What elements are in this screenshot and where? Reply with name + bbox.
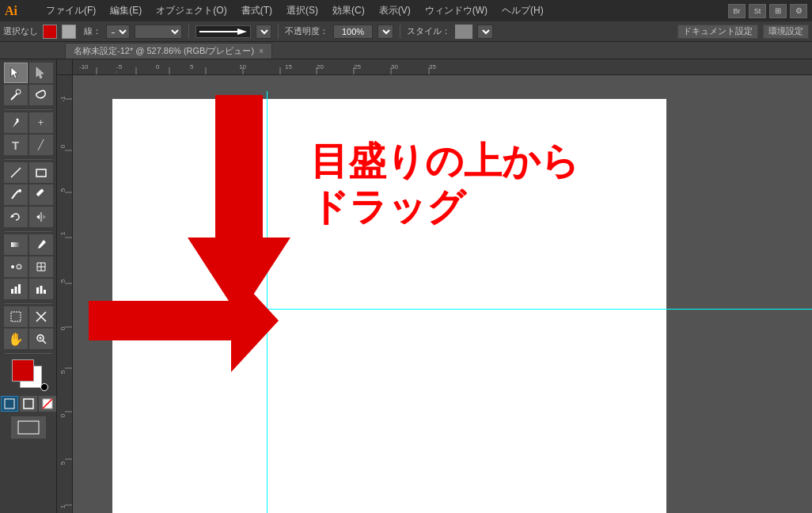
tab-bar: 名称未設定-12* @ 527.86% (RGB/プレビュー) × xyxy=(0,42,812,59)
style-swatch[interactable] xyxy=(455,25,472,39)
tool-separator-1 xyxy=(5,109,52,110)
separator-2 xyxy=(278,25,279,39)
svg-rect-34 xyxy=(18,421,39,434)
menu-edit[interactable]: 編集(E) xyxy=(104,2,148,19)
menu-window[interactable]: ウィンドウ(W) xyxy=(419,2,494,19)
pencil-tool[interactable] xyxy=(29,184,53,205)
add-anchor-tool[interactable]: + xyxy=(29,112,53,133)
pen-tool[interactable] xyxy=(4,112,28,133)
menu-help[interactable]: ヘルプ(H) xyxy=(495,2,550,19)
tab-close-button[interactable]: × xyxy=(259,47,264,55)
stroke-weight-select[interactable] xyxy=(135,25,182,39)
blend-tool[interactable] xyxy=(4,256,28,277)
br-button[interactable]: Br xyxy=(728,4,746,18)
canvas-area: -10 -5 0 5 10 15 20 25 30 35 xyxy=(57,59,812,513)
stroke-mode-btn[interactable] xyxy=(20,396,37,412)
foreground-color-swatch[interactable] xyxy=(12,359,34,382)
column-graph-tool[interactable] xyxy=(29,279,53,299)
canvas-content: 目盛りの上から ドラッグ xyxy=(73,75,812,513)
line-tool[interactable] xyxy=(4,162,28,183)
arrow-preview xyxy=(195,25,251,38)
type-tool[interactable]: T xyxy=(4,135,28,155)
svg-rect-31 xyxy=(24,399,33,408)
selection-tool[interactable] xyxy=(4,63,28,83)
svg-point-17 xyxy=(11,265,14,268)
rotate-tool[interactable] xyxy=(4,207,28,227)
style-label: スタイル： xyxy=(407,25,450,37)
stroke-swatch[interactable] xyxy=(43,25,57,39)
menu-object[interactable]: オブジェクト(O) xyxy=(150,2,233,19)
title-bar-right: Br St ⊞ ⚙ xyxy=(728,4,807,18)
tool-row-8 xyxy=(0,234,56,255)
menu-select[interactable]: 選択(S) xyxy=(280,2,324,19)
slice-tool[interactable] xyxy=(29,306,53,327)
svg-marker-2 xyxy=(11,67,18,78)
tool-row-3: + xyxy=(0,112,56,133)
document-tab[interactable]: 名称未設定-12* @ 527.86% (RGB/プレビュー) × xyxy=(65,43,272,59)
eyedropper-tool[interactable] xyxy=(29,234,53,255)
options-bar: 選択なし 線： — ▼ 不透明度： ▼ スタイル： ▼ ドキュメント設定 環境設… xyxy=(0,21,812,42)
toolbar: + T ╱ xyxy=(0,59,57,513)
menu-type[interactable]: 書式(T) xyxy=(235,2,279,19)
reflect-tool[interactable] xyxy=(29,207,53,227)
st-button[interactable]: St xyxy=(749,4,766,18)
app-logo: Ai xyxy=(5,4,27,18)
svg-rect-24 xyxy=(44,290,46,294)
separator-1 xyxy=(188,25,189,39)
svg-marker-1 xyxy=(237,28,247,35)
svg-rect-11 xyxy=(36,188,44,196)
fill-mode-btn[interactable] xyxy=(1,396,18,412)
fill-swatch[interactable] xyxy=(62,25,76,39)
magic-wand-tool[interactable] xyxy=(4,85,28,105)
panel-button[interactable]: ⊞ xyxy=(769,4,787,18)
tool-separator-2 xyxy=(5,159,52,160)
tool-separator-4 xyxy=(5,303,52,304)
tab-title: 名称未設定-12* @ 527.86% (RGB/プレビュー) xyxy=(74,45,254,57)
svg-line-8 xyxy=(11,168,21,177)
svg-text:5: 5 xyxy=(59,188,66,192)
artboard-view-btn[interactable] xyxy=(11,416,46,439)
swap-colors-btn[interactable] xyxy=(40,383,48,391)
svg-text:0: 0 xyxy=(156,63,160,70)
hand-tool[interactable]: ✋ xyxy=(4,329,28,349)
svg-rect-20 xyxy=(14,287,17,294)
svg-text:0: 0 xyxy=(59,144,66,148)
menu-view[interactable]: 表示(V) xyxy=(373,2,417,19)
graph-tool[interactable] xyxy=(4,279,28,299)
annotation-line1: 目盛りの上から xyxy=(310,139,579,184)
doc-settings-button[interactable]: ドキュメント設定 xyxy=(677,25,758,39)
direct-selection-tool[interactable] xyxy=(29,63,53,83)
mesh-tool[interactable] xyxy=(29,256,53,277)
title-bar: Ai ファイル(F) 編集(E) オブジェクト(O) 書式(T) 選択(S) 効… xyxy=(0,0,812,21)
menu-file[interactable]: ファイル(F) xyxy=(40,2,102,19)
settings-button[interactable]: ⚙ xyxy=(790,4,807,18)
svg-rect-19 xyxy=(11,289,13,294)
svg-point-10 xyxy=(18,189,21,192)
ruler-top: -10 -5 0 5 10 15 20 25 30 35 xyxy=(73,59,812,75)
svg-rect-16 xyxy=(11,242,21,247)
style-select[interactable]: ▼ xyxy=(477,25,493,39)
artboard-tool[interactable] xyxy=(4,306,28,327)
svg-text:0: 0 xyxy=(59,413,66,417)
tool-separator-5 xyxy=(5,353,52,354)
svg-text:35: 35 xyxy=(429,63,436,70)
svg-text:20: 20 xyxy=(317,63,324,70)
svg-marker-80 xyxy=(89,269,279,372)
none-mode-btn[interactable] xyxy=(39,396,56,412)
rectangle-tool[interactable] xyxy=(29,162,53,183)
opacity-unit[interactable]: ▼ xyxy=(378,25,393,39)
annotation-line2: ドラッグ xyxy=(310,184,579,230)
lasso-tool[interactable] xyxy=(29,85,53,105)
area-type-tool[interactable]: ╱ xyxy=(29,135,53,155)
stroke-select[interactable]: — xyxy=(106,25,130,39)
tool-row-10 xyxy=(0,279,56,299)
env-settings-button[interactable]: 環境設定 xyxy=(763,25,809,39)
arrow-select[interactable]: ▼ xyxy=(256,25,271,39)
menu-effect[interactable]: 効果(C) xyxy=(326,2,371,19)
gradient-tool[interactable] xyxy=(4,234,28,255)
opacity-input[interactable] xyxy=(333,25,373,39)
svg-text:30: 30 xyxy=(391,63,398,70)
svg-marker-15 xyxy=(43,215,46,219)
zoom-tool[interactable] xyxy=(29,329,53,349)
paintbrush-tool[interactable] xyxy=(4,184,28,205)
